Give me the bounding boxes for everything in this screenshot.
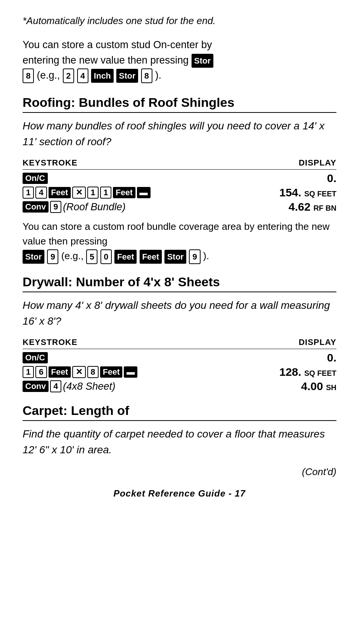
key-1b: 1 [87, 187, 99, 199]
conv-key-1: Conv [23, 201, 49, 213]
feet-key-3: Feet [114, 250, 137, 264]
roofing-section: Roofing: Bundles of Roof Shingles How ma… [23, 95, 336, 264]
key-4b: 4 [50, 380, 61, 392]
key-5: 5 [86, 249, 97, 264]
keystroke-label: KEYSTROKE [23, 158, 78, 168]
roofing-row-2: 1 4 Feet ✕ 1 1 Feet ▬ 154. SQ FEET [23, 186, 336, 199]
carpet-heading: Carpet: Length of [23, 403, 336, 421]
drywall-row1-display: 0. [261, 351, 336, 364]
roofing-table-header: KEYSTROKE DISPLAY [23, 158, 336, 170]
key-0: 0 [100, 249, 112, 264]
key-4-1: 4 [77, 68, 88, 83]
key-9c: 9 [189, 249, 200, 264]
roofing-question: How many bundles of roof shingles will y… [23, 118, 336, 150]
page-intro: *Automatically includes one stud for the… [23, 15, 336, 27]
key-8-2: 8 [141, 68, 152, 83]
stor-key-1: Stor [192, 54, 213, 68]
drywall-row3-keys: Conv 4 (4x8 Sheet) [23, 380, 261, 392]
inch-key: Inch [91, 69, 113, 83]
drywall-section: Drywall: Number of 4'x 8' Sheets How man… [23, 275, 336, 393]
roofing-row-3: Conv 9 (Roof Bundle) 4.62 rF bn [23, 200, 336, 213]
key-1d: 1 [23, 366, 34, 378]
drywall-row1-keys: On/C [23, 352, 261, 363]
key-8-1: 8 [23, 68, 34, 83]
feet-key-6: Feet [100, 366, 122, 378]
roofing-row2-keys: 1 4 Feet ✕ 1 1 Feet ▬ [23, 187, 261, 199]
roofing-row1-display: 0. [261, 172, 336, 185]
carpet-question: Find the quantity of carpet needed to co… [23, 426, 336, 458]
equals-key-1: ▬ [137, 187, 151, 198]
equals-key-2: ▬ [124, 366, 137, 378]
drywall-row-2: 1 6 Feet ✕ 8 Feet ▬ 128. SQ FEET [23, 366, 336, 378]
drywall-row-1: On/C 0. [23, 351, 336, 364]
roofing-row3-keys: Conv 9 (Roof Bundle) [23, 201, 261, 213]
key-9a: 9 [50, 201, 61, 213]
conv-key-2: Conv [23, 381, 49, 392]
carpet-section: Carpet: Length of Find the quantity of c… [23, 403, 336, 478]
key-6: 6 [35, 366, 47, 378]
contd-text: (Cont'd) [23, 466, 336, 478]
roofing-row2-display: 154. SQ FEET [261, 186, 336, 199]
feet-key-4: Feet [140, 250, 162, 264]
stor-key-4: Stor [164, 250, 186, 264]
drywall-table-header: KEYSTROKE DISPLAY [23, 337, 336, 349]
key-8b: 8 [87, 366, 99, 378]
roofing-body: You can store a custom roof bundle cover… [23, 219, 336, 264]
stor-key-3: Stor [23, 250, 44, 264]
roofing-heading: Roofing: Bundles of Roof Shingles [23, 95, 336, 113]
custom-stud-text: You can store a custom stud On-center by… [23, 37, 336, 83]
key-1a: 1 [23, 187, 34, 199]
roofing-row-1: On/C 0. [23, 172, 336, 185]
drywall-keystroke-label: KEYSTROKE [23, 337, 78, 347]
key-2: 2 [63, 68, 74, 83]
feet-key-5: Feet [49, 366, 71, 378]
key-x2: ✕ [72, 366, 86, 378]
drywall-row2-keys: 1 6 Feet ✕ 8 Feet ▬ [23, 366, 261, 378]
feet-key-1: Feet [49, 187, 71, 198]
key-4a: 4 [35, 187, 47, 199]
drywall-row2-display: 128. SQ FEET [261, 366, 336, 378]
drywall-heading: Drywall: Number of 4'x 8' Sheets [23, 275, 336, 292]
onc-key-1: On/C [23, 173, 48, 184]
drywall-row3-display: 4.00 Sh [261, 380, 336, 393]
key-1c: 1 [100, 187, 111, 199]
roofing-row1-keys: On/C [23, 173, 261, 184]
stor-key-2: Stor [116, 69, 138, 83]
onc-key-2: On/C [23, 352, 48, 363]
roofing-row3-display: 4.62 rF bn [261, 200, 336, 213]
key-9b: 9 [47, 249, 58, 264]
key-x1: ✕ [72, 187, 86, 199]
drywall-display-label: DISPLAY [299, 337, 336, 347]
drywall-question: How many 4' x 8' drywall sheets do you n… [23, 298, 336, 329]
page-footer: Pocket Reference Guide - 17 [23, 488, 336, 499]
display-label: DISPLAY [299, 158, 336, 168]
feet-key-2: Feet [113, 187, 135, 198]
drywall-row-3: Conv 4 (4x8 Sheet) 4.00 Sh [23, 380, 336, 393]
